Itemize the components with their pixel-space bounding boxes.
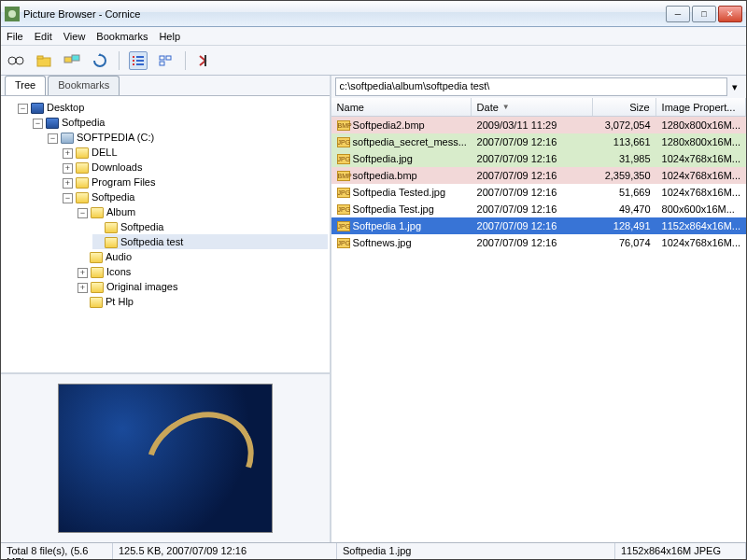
file-properties: 1024x768x16M... bbox=[656, 236, 746, 249]
status-current-meta: 125.5 KB, 2007/07/09 12:16 bbox=[113, 543, 337, 560]
tree-softpedia-folder[interactable]: −Softpedia −Album Softpedia Softpedia te… bbox=[63, 189, 328, 309]
glasses-icon[interactable] bbox=[7, 51, 25, 70]
maximize-button[interactable]: □ bbox=[692, 6, 716, 22]
file-date: 2007/07/09 12:16 bbox=[472, 152, 593, 165]
exit-icon[interactable] bbox=[195, 51, 214, 70]
file-name: Softpedia.jpg bbox=[353, 153, 413, 164]
tree-audio[interactable]: Audio bbox=[78, 249, 328, 264]
tree-icons[interactable]: +Icons bbox=[78, 264, 328, 279]
file-properties: 800x600x16M... bbox=[656, 203, 746, 216]
tab-tree[interactable]: Tree bbox=[5, 76, 46, 95]
menu-help[interactable]: Help bbox=[159, 31, 180, 42]
file-list-header: Name Date▼ Size Image Propert... bbox=[331, 98, 746, 117]
file-row[interactable]: JPGSoftpedia Tested.jpg2007/07/09 12:165… bbox=[331, 184, 746, 201]
tree-dell[interactable]: +DELL bbox=[63, 145, 328, 160]
file-date: 2007/07/09 12:16 bbox=[472, 203, 593, 216]
svg-point-2 bbox=[8, 57, 16, 64]
file-date: 2007/07/09 12:16 bbox=[472, 236, 593, 249]
tree-drive-c[interactable]: −SOFTPEDIA (C:) +DELL +Downloads +Progra… bbox=[48, 130, 328, 309]
column-properties[interactable]: Image Propert... bbox=[656, 98, 746, 116]
tree-softpedia[interactable]: −Softpedia −SOFTPEDIA (C:) +DELL +Downlo… bbox=[33, 115, 328, 309]
tree-pt-hlp[interactable]: Pt Hlp bbox=[78, 294, 328, 309]
list-view-icon[interactable] bbox=[129, 51, 148, 70]
file-row[interactable]: JPGSoftpedia 1.jpg2007/07/09 12:16128,49… bbox=[331, 217, 746, 234]
monitors-icon[interactable] bbox=[63, 51, 81, 70]
toolbar bbox=[1, 46, 746, 76]
title-bar: Picture Browser - Cornice ─ □ ✕ bbox=[1, 1, 746, 27]
tree-original-images[interactable]: +Original images bbox=[78, 279, 328, 294]
status-current-dims: 1152x864x16M JPEG bbox=[615, 543, 746, 560]
svg-rect-15 bbox=[166, 56, 171, 60]
menu-view[interactable]: View bbox=[63, 31, 86, 42]
thumbnail-view-icon[interactable] bbox=[157, 51, 176, 70]
tree-album-softpedia-test[interactable]: Softpedia test bbox=[92, 234, 328, 249]
tree-desktop[interactable]: −Desktop −Softpedia −SOFTPEDIA (C:) +DEL… bbox=[18, 100, 328, 309]
file-date: 2007/07/09 12:16 bbox=[472, 186, 593, 199]
menu-bar: File Edit View Bookmarks Help bbox=[1, 27, 746, 46]
file-date: 2007/07/09 12:16 bbox=[472, 169, 593, 182]
path-input[interactable]: c:\softpedia\album\softpedia test\ bbox=[335, 77, 727, 96]
file-row[interactable]: BMPSoftpedia2.bmp2009/03/11 11:293,072,0… bbox=[331, 117, 746, 133]
svg-rect-13 bbox=[136, 63, 144, 65]
file-size: 76,074 bbox=[593, 236, 656, 249]
file-name: Softpedia2.bmp bbox=[353, 119, 425, 131]
folder-open-icon[interactable] bbox=[35, 51, 53, 70]
tab-bookmarks[interactable]: Bookmarks bbox=[48, 76, 120, 95]
menu-bookmarks[interactable]: Bookmarks bbox=[96, 31, 148, 42]
path-bar: c:\softpedia\album\softpedia test\ ▾ bbox=[331, 76, 746, 98]
tree-downloads[interactable]: +Downloads bbox=[63, 160, 328, 175]
svg-rect-7 bbox=[72, 55, 79, 61]
file-name: softpedia.bmp bbox=[353, 170, 417, 181]
svg-rect-9 bbox=[136, 56, 144, 58]
file-row[interactable]: JPGSoftpedia Test.jpg2007/07/09 12:1649,… bbox=[331, 201, 746, 217]
column-name[interactable]: Name bbox=[331, 98, 472, 116]
file-name: softpedia_secret_mess... bbox=[353, 136, 467, 147]
file-type-icon: JPG bbox=[337, 188, 350, 198]
column-size[interactable]: Size bbox=[593, 98, 656, 116]
file-row[interactable]: JPGSoftnews.jpg2007/07/09 12:1676,074102… bbox=[331, 234, 746, 251]
tree-album[interactable]: −Album Softpedia Softpedia test bbox=[78, 204, 328, 249]
file-size: 128,491 bbox=[593, 219, 656, 232]
file-properties: 1280x800x16M... bbox=[656, 135, 746, 148]
refresh-icon[interactable] bbox=[91, 51, 109, 70]
file-size: 49,470 bbox=[593, 203, 656, 216]
file-name: Softpedia Test.jpg bbox=[353, 203, 434, 215]
close-button[interactable]: ✕ bbox=[718, 6, 742, 22]
svg-rect-8 bbox=[133, 56, 134, 58]
preview-panel bbox=[1, 374, 330, 542]
file-properties: 1024x768x16M... bbox=[656, 186, 746, 199]
status-current-name: Softpedia 1.jpg bbox=[337, 543, 615, 560]
window-title: Picture Browser - Cornice bbox=[23, 8, 666, 20]
file-type-icon: JPG bbox=[337, 154, 350, 164]
svg-point-1 bbox=[8, 10, 16, 18]
file-type-icon: JPG bbox=[337, 137, 350, 147]
file-name: Softpedia 1.jpg bbox=[353, 220, 421, 231]
file-date: 2009/03/11 11:29 bbox=[472, 119, 593, 132]
svg-rect-11 bbox=[136, 60, 144, 62]
svg-rect-10 bbox=[133, 60, 134, 62]
file-properties: 1024x768x16M... bbox=[656, 169, 746, 182]
svg-rect-6 bbox=[64, 57, 72, 63]
svg-rect-16 bbox=[160, 62, 164, 65]
file-name: Softnews.jpg bbox=[353, 237, 412, 248]
file-properties: 1152x864x16M... bbox=[656, 219, 746, 232]
file-row[interactable]: JPGSoftpedia.jpg2007/07/09 12:1631,98510… bbox=[331, 150, 746, 167]
file-size: 113,661 bbox=[593, 135, 656, 148]
file-type-icon: JPG bbox=[337, 238, 350, 248]
minimize-button[interactable]: ─ bbox=[666, 6, 690, 22]
file-row[interactable]: BMPsoftpedia.bmp2007/07/09 12:162,359,35… bbox=[331, 167, 746, 184]
folder-tree[interactable]: −Desktop −Softpedia −SOFTPEDIA (C:) +DEL… bbox=[1, 96, 330, 374]
tree-album-softpedia[interactable]: Softpedia bbox=[92, 219, 328, 234]
file-type-icon: BMP bbox=[337, 171, 350, 181]
file-row[interactable]: JPGsoftpedia_secret_mess...2007/07/09 12… bbox=[331, 133, 746, 150]
file-properties: 1024x768x16M... bbox=[656, 152, 746, 165]
status-total: Total 8 file(s), (5.6 MB) bbox=[1, 543, 113, 560]
path-dropdown-icon[interactable]: ▾ bbox=[727, 81, 742, 93]
menu-file[interactable]: File bbox=[7, 31, 23, 42]
menu-edit[interactable]: Edit bbox=[35, 31, 52, 42]
file-list[interactable]: BMPSoftpedia2.bmp2009/03/11 11:293,072,0… bbox=[331, 117, 746, 542]
tree-program-files[interactable]: +Program Files bbox=[63, 175, 328, 189]
file-size: 3,072,054 bbox=[593, 119, 656, 132]
left-tabs: Tree Bookmarks bbox=[1, 76, 330, 96]
column-date[interactable]: Date▼ bbox=[472, 98, 593, 116]
